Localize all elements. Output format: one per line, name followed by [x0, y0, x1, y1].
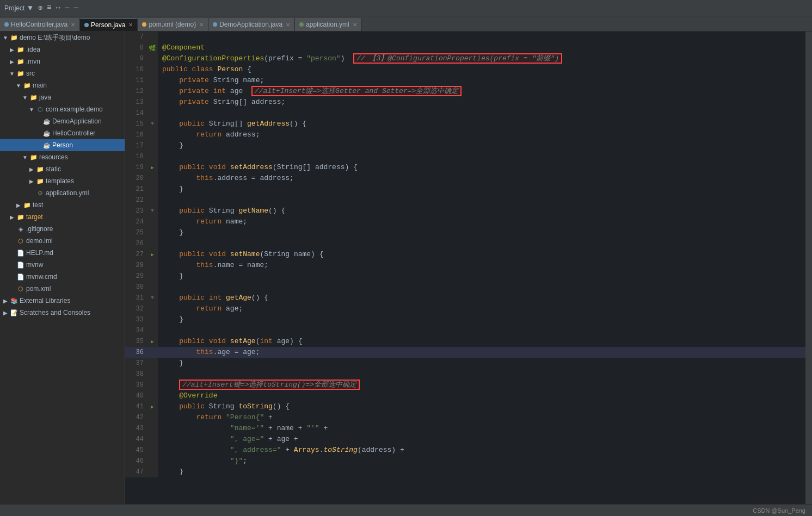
gutter-22 [147, 195, 158, 206]
code-content-47[interactable]: } [158, 467, 805, 477]
sidebar-item-pomxml[interactable]: ⬡ pom.xml [0, 283, 125, 295]
code-content-26[interactable] [158, 238, 805, 249]
code-content-42[interactable]: return "Person{" + [158, 412, 805, 423]
tab-close-pom[interactable]: ✕ [199, 22, 204, 28]
tab-close-hellocontroller[interactable]: ✕ [71, 22, 75, 28]
code-content-25[interactable]: } [158, 227, 805, 238]
sidebar-item-demo[interactable]: ▼ 📁 demo E:\练手项目\demo [0, 32, 125, 43]
code-content-37[interactable]: } [158, 358, 805, 369]
sidebar-item-idea[interactable]: ▶ 📁 .idea [0, 43, 125, 55]
code-content-34[interactable] [158, 325, 805, 336]
code-content-38[interactable] [158, 369, 805, 380]
code-content-31[interactable]: public int getAge() { [158, 293, 805, 303]
line-num-12: 12 [125, 86, 147, 97]
tab-close-person[interactable]: ✕ [128, 22, 133, 28]
code-content-22[interactable] [158, 195, 805, 206]
sidebar-label-mvnw: mvnw [26, 261, 43, 269]
sidebar-item-applicationyml[interactable]: ⚙ application.yml [0, 187, 125, 199]
sidebar-item-package[interactable]: ▼ ⬡ com.example.demo [0, 103, 125, 115]
tab-close-applicationyml[interactable]: ✕ [353, 22, 357, 28]
gutter-38 [147, 369, 158, 380]
tab-demoapplication[interactable]: DemoApplication.java ✕ [208, 18, 295, 31]
folder-icon-java: 📁 [29, 93, 38, 102]
sidebar-item-main[interactable]: ▼ 📁 main [0, 79, 125, 91]
expand-icon[interactable]: ▼ [28, 4, 32, 13]
tab-person[interactable]: Person.java ✕ [80, 18, 138, 31]
code-content-32[interactable]: return age; [158, 303, 805, 314]
code-content-40[interactable]: @Override [158, 390, 805, 401]
code-content-19[interactable]: public void setAddress(String[] address)… [158, 162, 805, 173]
sidebar-item-helpmd[interactable]: 📄 HELP.md [0, 247, 125, 259]
tab-pom[interactable]: pom.xml (demo) ✕ [138, 18, 208, 31]
code-content-44[interactable]: ", age=" + age + [158, 434, 805, 445]
line-num-35: 35 [125, 336, 147, 347]
sync-icon[interactable]: ⊕ [38, 3, 42, 13]
tab-applicationyml[interactable]: application.yml ✕ [295, 18, 361, 31]
code-content-13[interactable]: private String[] address; [158, 97, 805, 108]
code-content-11[interactable]: private String name; [158, 75, 805, 86]
code-content-8[interactable]: @Component [158, 42, 805, 53]
code-content-18[interactable] [158, 151, 805, 162]
gutter-40 [147, 390, 158, 401]
sidebar-item-hellocontroller[interactable]: ☕ HelloController [0, 127, 125, 139]
sidebar-item-test[interactable]: ▶ 📁 test [0, 199, 125, 211]
sidebar-item-external-libraries[interactable]: ▶ 📚 External Libraries [0, 295, 125, 307]
sidebar-item-java[interactable]: ▼ 📁 java [0, 91, 125, 103]
code-content-39[interactable]: //alt+Insert键=>选择toString()=>全部选中确定 [158, 380, 805, 390]
structure-icon[interactable]: ≡ [47, 3, 51, 13]
code-line-42: 42 return "Person{" + [125, 412, 805, 423]
sidebar-item-scratches[interactable]: ▶ 📝 Scratches and Consoles [0, 307, 125, 319]
code-content-20[interactable]: this.address = address; [158, 173, 805, 184]
tab-close-demoapplication[interactable]: ✕ [286, 22, 290, 28]
sidebar-item-mvnwcmd[interactable]: 📄 mvnw.cmd [0, 271, 125, 283]
code-line-17: 17 } [125, 140, 805, 151]
sidebar-item-demoapplication[interactable]: ☕ DemoApplication [0, 115, 125, 127]
code-content-33[interactable]: } [158, 314, 805, 325]
code-content-36[interactable]: this.age = age; [158, 347, 805, 358]
code-content-10[interactable]: public class Person { [158, 64, 805, 75]
code-content-35[interactable]: public void setAge(int age) { [158, 336, 805, 347]
sidebar-item-mvn[interactable]: ▶ 📁 .mvn [0, 55, 125, 67]
sidebar-item-demoiml[interactable]: ⬡ demo.iml [0, 235, 125, 247]
code-content-21[interactable]: } [158, 184, 805, 195]
code-content-30[interactable] [158, 282, 805, 293]
code-content-46[interactable]: "}"; [158, 456, 805, 467]
code-content-27[interactable]: public void setName(String name) { [158, 249, 805, 260]
sidebar-item-gitignore[interactable]: ◈ .gitignore [0, 223, 125, 235]
sidebar-item-static[interactable]: ▶ 📁 static [0, 163, 125, 175]
tab-hellocontroller[interactable]: HelloController.java ✕ [0, 18, 80, 31]
sidebar-item-resources[interactable]: ▼ 📁 resources [0, 151, 125, 163]
code-content-9[interactable]: @ConfigurationProperties(prefix = "perso… [158, 53, 805, 64]
arrow-external: ▶ [2, 298, 9, 304]
code-content-43[interactable]: "name='" + name + "'" + [158, 423, 805, 434]
layout-icon[interactable]: ↔ [56, 3, 60, 13]
code-content-41[interactable]: public String toString() { [158, 401, 805, 412]
minimize-icon[interactable]: — [73, 3, 78, 13]
code-line-44: 44 ", age=" + age + [125, 434, 805, 445]
code-content-17[interactable]: } [158, 140, 805, 151]
code-line-21: 21 } [125, 184, 805, 195]
code-content-16[interactable]: return address; [158, 129, 805, 140]
project-label[interactable]: Project [4, 4, 24, 12]
java-icon-hellocontroller: ☕ [42, 129, 51, 138]
code-line-40: 40 @Override [125, 390, 805, 401]
sidebar-item-templates[interactable]: ▶ 📁 templates [0, 175, 125, 187]
sidebar-item-src[interactable]: ▼ 📁 src [0, 67, 125, 79]
sidebar-item-person[interactable]: ☕ Person [0, 139, 125, 151]
collapse-icon[interactable]: — [65, 3, 69, 13]
sidebar-item-target[interactable]: ▶ 📁 target [0, 211, 125, 223]
code-content-23[interactable]: public String getName() { [158, 206, 805, 216]
code-content-7[interactable] [158, 32, 805, 42]
code-content-45[interactable]: ", address=" + Arrays.toString(address) … [158, 445, 805, 456]
scrollbar[interactable] [805, 32, 812, 504]
gutter-11 [147, 75, 158, 86]
code-content-12[interactable]: private int age //alt+Insert键=>选择Getter … [158, 86, 805, 97]
code-content-28[interactable]: this.name = name; [158, 260, 805, 271]
code-content-24[interactable]: return name; [158, 216, 805, 227]
code-content-29[interactable]: } [158, 271, 805, 282]
sidebar-label-mvn: .mvn [26, 58, 40, 65]
code-content-15[interactable]: public String[] getAddress() { [158, 119, 805, 129]
sidebar-item-mvnw[interactable]: 📄 mvnw [0, 259, 125, 271]
line-num-18: 18 [125, 151, 147, 162]
code-content-14[interactable] [158, 108, 805, 119]
